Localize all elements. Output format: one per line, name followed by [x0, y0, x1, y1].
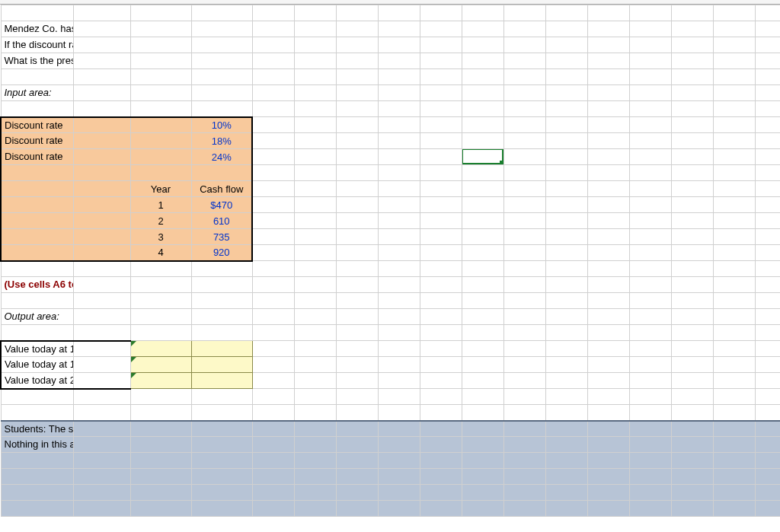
discount-rate-value-1[interactable]: 10%: [191, 117, 252, 133]
year-cell[interactable]: 1: [130, 197, 191, 213]
cashflow-cell[interactable]: 735: [191, 229, 252, 245]
output-value-1[interactable]: [130, 341, 191, 357]
cashflow-cell[interactable]: 920: [191, 245, 252, 261]
scratchpad-text-1: Students: The scratchpad area is for you…: [1, 421, 73, 437]
spreadsheet-grid[interactable]: Mendez Co. has identified an investment …: [0, 5, 780, 517]
cashflow-cell[interactable]: $470: [191, 197, 252, 213]
output-value-1b[interactable]: [191, 341, 252, 357]
problem-text-line1: Mendez Co. has identified an investment …: [1, 21, 73, 37]
input-area-label: Input area:: [1, 85, 73, 101]
output-label-2: Value today at 18%: [1, 357, 73, 373]
output-label-1: Value today at 10%: [1, 341, 73, 357]
instruction-text: (Use cells A6 to B14 from the given info…: [1, 277, 73, 293]
output-area-label: Output area:: [1, 309, 73, 325]
discount-rate-label-1: Discount rate: [1, 117, 73, 133]
problem-text-line2: If the discount rate is 10 percent, what…: [1, 37, 73, 53]
year-cell[interactable]: 4: [130, 245, 191, 261]
cashflow-cell[interactable]: 610: [191, 213, 252, 229]
discount-rate-label-3: Discount rate: [1, 149, 73, 165]
output-value-2b[interactable]: [191, 357, 252, 373]
output-value-2[interactable]: [130, 357, 191, 373]
cashflow-header: Cash flow: [191, 181, 252, 197]
output-value-3b[interactable]: [191, 373, 252, 389]
discount-rate-value-3[interactable]: 24%: [191, 149, 252, 165]
problem-text-line3: What is the present value at 18 percent?…: [1, 53, 73, 69]
output-label-3: Value today at 24%: [1, 373, 73, 389]
active-cell[interactable]: [462, 149, 503, 165]
year-header: Year: [130, 181, 191, 197]
discount-rate-value-2[interactable]: 18%: [191, 133, 252, 149]
year-cell[interactable]: 3: [130, 229, 191, 245]
discount-rate-label-2: Discount rate: [1, 133, 73, 149]
output-value-3[interactable]: [130, 373, 191, 389]
scratchpad-text-2: Nothing in this area will be graded, but…: [1, 437, 73, 453]
year-cell[interactable]: 2: [130, 213, 191, 229]
